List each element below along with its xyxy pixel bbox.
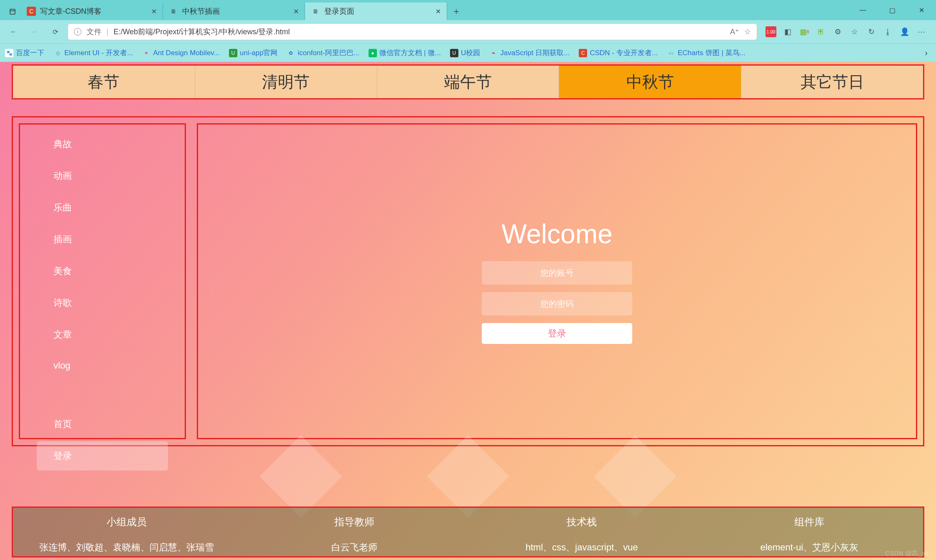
footer-region: 小组成员 指导教师 技术栈 组件库 张连博、刘敬超、袁晓楠、闫启慧、张瑞雪 白云… xyxy=(0,507,936,560)
footer-header-3: 组件库 xyxy=(696,515,923,541)
downloads-icon[interactable]: ⭳ xyxy=(883,26,893,37)
bookmark-2[interactable]: ✦Ant Design Mobilev... xyxy=(142,49,219,57)
footer-value-0: 张连博、刘敬超、袁晓楠、闫启慧、张瑞雪 xyxy=(13,541,241,554)
bookmark-icon: 🐾 xyxy=(5,49,13,57)
bookmark-icon: ◇ xyxy=(53,49,62,57)
url-protocol-label: 文件 xyxy=(86,27,102,37)
login-button[interactable]: 登录 xyxy=(482,323,632,344)
sidebar-item-meishi[interactable]: 美食 xyxy=(37,257,168,286)
tab-label: 登录页面 xyxy=(324,6,431,16)
sidebar-item-donghua[interactable]: 动画 xyxy=(37,161,168,191)
browser-tab-2[interactable]: 🗎 登录页面 ✕ xyxy=(305,3,447,20)
toolbar-icons: 1.00 ◧ ▦8 ⛨ ⚙ ☆ ↻ ⭳ 👤 ⋯ xyxy=(761,26,931,37)
bookmark-icon: ● xyxy=(369,49,377,57)
body-region: 典故 动画 乐曲 插画 美食 诗歌 文章 vlog 首页 登录 Welcome … xyxy=(12,116,924,446)
close-icon[interactable]: ✕ xyxy=(293,8,299,15)
top-nav-item-2[interactable]: 端午节 xyxy=(377,66,560,98)
close-icon[interactable]: ✕ xyxy=(151,8,157,15)
ext-icon-4[interactable]: ⛨ xyxy=(816,26,827,37)
bookmark-icon: C xyxy=(579,49,587,57)
new-tab-button[interactable]: ＋ xyxy=(447,3,465,20)
browser-tab-0[interactable]: C 写文章-CSDN博客 ✕ xyxy=(21,3,163,20)
refresh-button[interactable]: ⟳ xyxy=(47,23,64,40)
bookmark-4[interactable]: ✿iconfont-阿里巴巴... xyxy=(287,48,359,58)
bookmark-5[interactable]: ●微信官方文档 | 微... xyxy=(369,48,441,58)
top-nav: 春节 清明节 端午节 中秋节 其它节日 xyxy=(13,66,923,98)
sidebar-region: 典故 动画 乐曲 插画 美食 诗歌 文章 vlog 首页 登录 xyxy=(19,123,186,439)
close-icon[interactable]: ✕ xyxy=(435,8,441,15)
tab-overview-icon[interactable] xyxy=(4,3,21,20)
top-nav-item-0[interactable]: 春节 xyxy=(13,66,195,98)
bookmark-6[interactable]: UU校园 xyxy=(450,48,480,58)
profile-icon[interactable]: 👤 xyxy=(899,26,910,37)
footer: 小组成员 指导教师 技术栈 组件库 张连博、刘敬超、袁晓楠、闫启慧、张瑞雪 白云… xyxy=(12,507,924,557)
sidebar-item-vlog[interactable]: vlog xyxy=(37,352,168,379)
ext-icon-1[interactable]: 1.00 xyxy=(766,26,776,37)
footer-value-1: 白云飞老师 xyxy=(241,541,468,554)
svg-rect-0 xyxy=(10,9,15,14)
bookmark-7[interactable]: ❧JavaScript 日期获取... xyxy=(489,48,570,58)
login-form: Welcome 登录 xyxy=(482,219,632,344)
bookmarks-bar: 🐾百度一下 ◇Element UI - 开发者... ✦Ant Design M… xyxy=(0,43,936,62)
bookmark-icon: U xyxy=(450,49,458,57)
forward-button: → xyxy=(26,23,43,40)
extensions-icon[interactable]: ⚙ xyxy=(832,26,843,37)
login-title: Welcome xyxy=(482,219,632,249)
ext-icon-3[interactable]: ▦8 xyxy=(799,26,810,37)
bookmark-9[interactable]: ▭ECharts 饼图 | 菜鸟... xyxy=(667,48,745,58)
sidebar-item-diangu[interactable]: 典故 xyxy=(37,130,168,159)
page-content: 春节 清明节 端午节 中秋节 其它节日 典故 动画 乐曲 插画 美食 诗歌 文章… xyxy=(0,62,936,560)
top-nav-item-4[interactable]: 其它节日 xyxy=(741,66,923,98)
favorites-icon[interactable]: ☆ xyxy=(849,26,860,37)
bookmark-3[interactable]: Uuni-app官网 xyxy=(229,48,278,58)
footer-header-1: 指导教师 xyxy=(241,515,468,541)
bookmark-icon: ▭ xyxy=(667,49,675,57)
minimize-button[interactable]: — xyxy=(848,0,878,20)
bookmark-icon: ✦ xyxy=(142,49,150,57)
account-input[interactable] xyxy=(482,261,632,285)
top-nav-item-3[interactable]: 中秋节 xyxy=(559,66,741,98)
sidebar-item-shige[interactable]: 诗歌 xyxy=(37,288,168,318)
tab-label: 中秋节插画 xyxy=(182,6,289,16)
bookmark-0[interactable]: 🐾百度一下 xyxy=(5,48,44,58)
read-aloud-icon[interactable]: A⁺ xyxy=(730,27,739,36)
back-button[interactable]: ← xyxy=(5,23,22,40)
bookmark-icon: ❧ xyxy=(489,49,498,57)
favicon: 🗎 xyxy=(311,7,320,16)
sidebar-item-home[interactable]: 首页 xyxy=(37,410,168,439)
browser-tab-1[interactable]: 🗎 中秋节插画 ✕ xyxy=(163,3,305,20)
window-controls: — ▢ ✕ xyxy=(848,0,936,20)
main-region: Welcome 登录 xyxy=(197,123,917,439)
url-box[interactable]: i 文件 | E:/Web前端/Projext/计算机实习/中秋/views/登… xyxy=(68,23,757,40)
tab-label: 写文章-CSDN博客 xyxy=(40,6,147,16)
menu-icon[interactable]: ⋯ xyxy=(916,26,927,37)
bookmark-icon: U xyxy=(229,49,237,57)
favicon: 🗎 xyxy=(169,7,178,16)
footer-value-2: html、css、javascript、vue xyxy=(468,541,696,554)
sidebar-item-yuequ[interactable]: 乐曲 xyxy=(37,193,168,222)
bookmarks-overflow-icon[interactable]: › xyxy=(925,48,931,58)
bookmark-1[interactable]: ◇Element UI - 开发者... xyxy=(53,48,133,58)
browser-titlebar: C 写文章-CSDN博客 ✕ 🗎 中秋节插画 ✕ 🗎 登录页面 ✕ ＋ — ▢ … xyxy=(0,0,936,20)
favorite-icon[interactable]: ☆ xyxy=(744,27,751,36)
address-bar: ← → ⟳ i 文件 | E:/Web前端/Projext/计算机实习/中秋/v… xyxy=(0,20,936,43)
top-nav-region: 春节 清明节 端午节 中秋节 其它节日 xyxy=(12,64,924,99)
favicon: C xyxy=(27,7,36,16)
top-nav-item-1[interactable]: 清明节 xyxy=(195,66,377,98)
site-info-icon[interactable]: i xyxy=(74,28,81,36)
sidebar: 典故 动画 乐曲 插画 美食 诗歌 文章 vlog 首页 登录 xyxy=(37,130,168,471)
watermark: CSDN @高_sir xyxy=(885,550,929,557)
close-window-button[interactable]: ✕ xyxy=(907,0,936,20)
bookmark-icon: ✿ xyxy=(287,49,295,57)
footer-header-2: 技术栈 xyxy=(468,515,696,541)
url-text: E:/Web前端/Projext/计算机实习/中秋/views/登录.html xyxy=(114,27,725,37)
bookmark-8[interactable]: CCSDN - 专业开发者... xyxy=(579,48,657,58)
history-icon[interactable]: ↻ xyxy=(866,26,877,37)
sidebar-item-wenzhang[interactable]: 文章 xyxy=(37,320,168,349)
password-input[interactable] xyxy=(482,292,632,316)
maximize-button[interactable]: ▢ xyxy=(878,0,907,20)
ext-icon-2[interactable]: ◧ xyxy=(782,26,793,37)
footer-header-0: 小组成员 xyxy=(13,515,241,541)
sidebar-item-chahua[interactable]: 插画 xyxy=(37,225,168,254)
